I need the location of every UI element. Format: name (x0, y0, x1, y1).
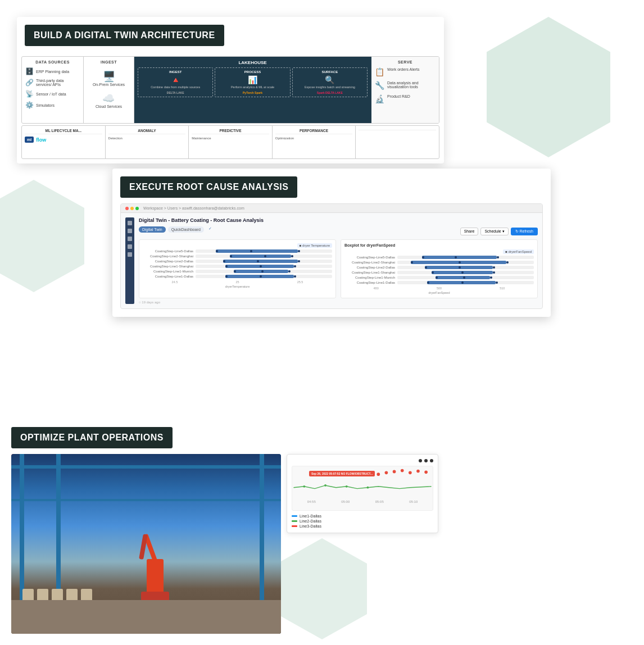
thirdparty-icon: 🔗 (25, 79, 34, 87)
scaffold-h2 (11, 499, 281, 501)
share-button[interactable]: Share (460, 228, 479, 235)
overlay-dot-2 (424, 459, 428, 462)
alert-text: Sep 26, 2022 05:07:52 NO FLOW/OBSTRUCT..… (311, 472, 373, 475)
serve-header: SERVE (375, 60, 436, 64)
card-architecture: BUILD A DIGITAL TWIN ARCHITECTURE DATA S… (17, 17, 444, 163)
architecture-diagram: DATA SOURCES 🗄️ ERP Planning data 🔗 Thir… (17, 52, 444, 163)
optimize-content: Sep 26, 2022 05:07:52 NO FLOW/OBSTRUCT..… (11, 454, 450, 634)
serve-rd: 🔬 Product R&D (375, 94, 436, 103)
chart2-label3: CoatingStep-Line2-Dallas (344, 266, 395, 269)
svg-point-3 (401, 469, 404, 473)
chart2-xlabel: dryerFanSpeed (344, 291, 534, 294)
chart2-row5: CoatingStep-Line1-Munich (344, 276, 534, 279)
rca-main-content: Digital Twin - Battery Coating - Root Ca… (139, 217, 538, 304)
predictive-col: PREDICTIVE Maintenance (189, 126, 273, 158)
browser-dot-green (135, 207, 139, 210)
chart-overlay: Sep 26, 2022 05:07:52 NO FLOW/OBSTRUCT..… (287, 454, 438, 533)
rca-browser-bar: Workspace > Users > aswift.dassonhara@da… (121, 204, 542, 213)
serve-workorders: 📋 Work orders Alerts (375, 67, 436, 76)
rca-chart1: ■ dryer Temperature CoatingStep-Line5-Da… (139, 239, 336, 298)
anomaly-text: Detection (108, 136, 186, 140)
ml-lifecycle-col: ML LIFECYCLE MA... ml flow (22, 126, 106, 158)
lh-surface-sub: SURFACE 🔍 Expose insights batch and stre… (292, 67, 368, 97)
lh-process-icon: 📊 (217, 75, 288, 84)
x-axis-b2: 500 (437, 287, 442, 290)
rca-charts: ■ dryer Temperature CoatingStep-Line5-Da… (139, 239, 538, 298)
arch-top-row: DATA SOURCES 🗄️ ERP Planning data 🔗 Thir… (21, 56, 439, 124)
sidebar-icon-4 (128, 244, 132, 249)
flow-logo: flow (36, 137, 46, 143)
time-label-3: 05:05 (375, 500, 384, 503)
lh-ingest-header: INGEST (140, 70, 211, 74)
cloud-icon: ☁️ (96, 92, 122, 105)
chart1-row2: CoatingStep-Line2-Shanghai (143, 255, 332, 258)
lh-ingest-text: Combine data from multiple sources (140, 85, 211, 89)
overlay-dot-1 (419, 459, 422, 462)
ml-logo: ml (25, 137, 34, 143)
legend-label-3: Line3-Dallas (300, 524, 321, 528)
chart2-legend: ■ dryerFanSpeed (503, 249, 534, 254)
ml-lifecycle-header: ML LIFECYCLE MA... (25, 129, 102, 134)
robot-arm-lower (139, 534, 148, 560)
legend-color-3 (292, 525, 297, 527)
browser-dot-yellow (130, 207, 134, 210)
extra-header (359, 129, 436, 130)
overlay-header (292, 459, 433, 462)
workorders-icon: 📋 (375, 67, 384, 76)
refresh-button[interactable]: ↻ Refresh (511, 228, 538, 235)
tab-checkmark: ✓ (208, 226, 212, 233)
chart1-label1: CoatingStep-Line5-Dallas (143, 249, 193, 253)
chart2-label1: CoatingStep-Line5-Dallas (344, 256, 395, 259)
card-rca: EXECUTE ROOT CAUSE ANALYSIS Workspace > … (112, 169, 551, 317)
time-chart: Sep 26, 2022 05:07:52 NO FLOW/OBSTRUCT..… (292, 466, 433, 511)
chart2-row3: CoatingStep-Line2-Dallas (344, 266, 534, 269)
robot-arm-upper (143, 534, 157, 562)
onprem-icon: 🖥️ (93, 70, 125, 83)
delta-lake-logo: DELTA LAKE (140, 91, 211, 94)
svg-point-6 (424, 471, 428, 474)
tab-quickdashboard[interactable]: QuickDashboard (168, 226, 204, 233)
lakehouse-inner: INGEST 🔺 Combine data from multiple sour… (138, 67, 368, 97)
ingest-column: INGEST 🖥️ On-Prem Services ☁️ Cloud Serv… (84, 57, 134, 123)
chart1-row6: CoatingStep-Line1-Dallas (143, 275, 332, 278)
rca-chart2: Boxplot for dryerFanSpeed ■ dryerFanSpee… (341, 239, 538, 298)
chart2-label6: CoatingStep-Line1-Dallas (344, 281, 395, 284)
browser-dot-red (125, 207, 129, 210)
lh-process-text: Perform analytics & ML at scale (217, 85, 288, 89)
workorders-label: Work orders Alerts (387, 67, 419, 71)
ingest-header: INGEST (101, 60, 117, 64)
time-label-4: 05:10 (409, 500, 418, 503)
schedule-button[interactable]: Schedule ▾ (480, 228, 508, 235)
chart2-rows: CoatingStep-Line5-Dallas C (344, 256, 534, 284)
svg-point-5 (416, 470, 420, 473)
hex-decoration-top-right (487, 17, 610, 157)
data-sources-column: DATA SOURCES 🗄️ ERP Planning data 🔗 Thir… (22, 57, 84, 123)
rd-icon: 🔬 (375, 94, 384, 103)
chart2-title: Boxplot for dryerFanSpeed (344, 243, 534, 247)
chart1-rows: CoatingStep-Line5-Dallas C (143, 249, 332, 278)
lh-ingest-icon: 🔺 (140, 75, 211, 84)
tab-digital-twin[interactable]: Digital Twin (139, 226, 166, 233)
robot-floor (11, 600, 281, 634)
sidebar-icon-5 (128, 252, 132, 257)
chart1-label3: CoatingStep-Line2-Dallas (143, 260, 193, 263)
time-axis: 04:55 05:00 05:05 05:10 (292, 500, 433, 503)
plant-photo (11, 454, 281, 634)
rca-sidebar (125, 217, 134, 304)
sensor-icon: 📡 (25, 90, 34, 98)
sidebar-icon-3 (128, 237, 132, 241)
chart2-label5: CoatingStep-Line1-Munich (344, 276, 395, 279)
predictive-text: Maintenance (192, 136, 269, 140)
chart1-label2: CoatingStep-Line2-Shanghai (143, 255, 193, 258)
svg-point-1 (385, 471, 388, 474)
overlay-dot-3 (430, 459, 433, 462)
architecture-title: BUILD A DIGITAL TWIN ARCHITECTURE (25, 25, 224, 46)
data-sources-header: DATA SOURCES (25, 60, 80, 64)
legend-line2: Line2-Dallas (292, 519, 433, 523)
lh-process-header: PROCESS (217, 70, 288, 74)
robot-arm (133, 524, 178, 603)
svg-point-2 (393, 470, 396, 474)
legend-line3: Line3-Dallas (292, 524, 433, 528)
performance-text: Optimization (275, 136, 353, 140)
legend-line1: Line1-Dallas (292, 514, 433, 518)
